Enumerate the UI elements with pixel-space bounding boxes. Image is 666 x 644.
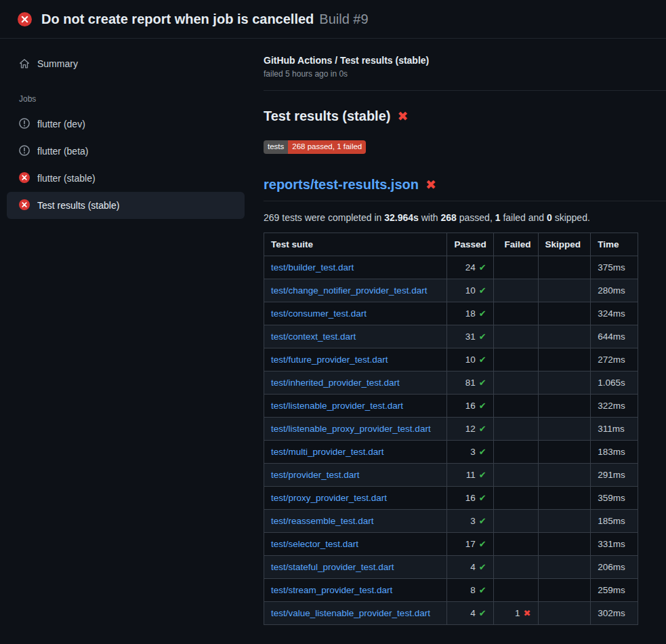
time-cell: 183ms: [591, 440, 638, 463]
suite-link[interactable]: test/proxy_provider_test.dart: [271, 493, 387, 503]
sidebar-item-summary[interactable]: Summary: [7, 51, 245, 77]
suite-link[interactable]: test/multi_provider_test.dart: [271, 447, 384, 457]
time-cell: 644ms: [591, 325, 638, 348]
passed-cell: 8✔: [447, 578, 493, 601]
sidebar-item-test-results-stable[interactable]: Test results (stable): [7, 192, 245, 219]
suite-link[interactable]: test/context_test.dart: [271, 331, 356, 342]
passed-count: 10: [465, 285, 476, 296]
divider: [264, 90, 666, 91]
table-row: test/proxy_provider_test.dart 16✔ 359ms: [264, 486, 638, 509]
suite-link[interactable]: test/listenable_proxy_provider_test.dart: [271, 424, 431, 434]
run-header: Do not create report when job is cancell…: [0, 0, 666, 39]
failed-cell: [493, 394, 538, 417]
suite-link[interactable]: test/stream_provider_test.dart: [271, 585, 392, 595]
table-row: test/builder_test.dart 24✔ 375ms: [264, 256, 638, 279]
time-cell: 272ms: [591, 348, 638, 371]
suite-link[interactable]: test/selector_test.dart: [271, 539, 358, 549]
summary-line: 269 tests were completed in 32.964s with…: [264, 212, 666, 223]
skipped-cell: [538, 578, 591, 601]
table-row: test/value_listenable_provider_test.dart…: [264, 601, 638, 624]
time-cell: 324ms: [591, 302, 638, 325]
time-cell: 375ms: [591, 256, 638, 279]
summary-passed-count: 268: [441, 212, 457, 223]
suite-link[interactable]: test/listenable_provider_test.dart: [271, 401, 403, 411]
skipped-cell: [538, 417, 591, 440]
skipped-cell: [538, 394, 591, 417]
passed-count: 17: [465, 539, 476, 549]
failed-x-icon: ✖: [425, 178, 436, 191]
table-row: test/listenable_provider_test.dart 16✔ 3…: [264, 394, 638, 417]
passed-count: 3: [470, 516, 476, 526]
job-label: flutter (beta): [37, 146, 88, 157]
failed-status-icon: [19, 172, 30, 185]
failed-cell: [493, 509, 538, 532]
skipped-cell: [538, 532, 591, 555]
col-header-suite: Test suite: [264, 233, 447, 256]
col-header-failed: Failed: [493, 233, 538, 256]
passed-count: 16: [465, 401, 476, 411]
skipped-cell: [538, 302, 591, 325]
suite-link[interactable]: test/reassemble_test.dart: [271, 516, 374, 526]
skipped-cell: [538, 348, 591, 371]
failed-cell: [493, 440, 538, 463]
failed-x-icon: ✖: [397, 110, 408, 123]
suite-link[interactable]: test/provider_test.dart: [271, 470, 360, 480]
x-circle-fill-icon: [19, 172, 30, 183]
passed-count: 10: [465, 355, 476, 365]
jobs-section-label: Jobs: [19, 94, 245, 104]
suite-link[interactable]: test/stateful_provider_test.dart: [271, 562, 394, 572]
table-row: test/stateful_provider_test.dart 4✔ 206m…: [264, 555, 638, 578]
skipped-cell: [538, 486, 591, 509]
time-cell: 322ms: [591, 394, 638, 417]
x-circle-fill-icon: [19, 199, 30, 210]
skipped-cell: [538, 555, 591, 578]
check-icon: ✔: [479, 493, 486, 503]
section-title-text: Test results (stable): [264, 108, 390, 124]
passed-cell: 18✔: [447, 302, 493, 325]
cancelled-status-icon: [19, 145, 30, 158]
suite-link[interactable]: test/inherited_provider_test.dart: [271, 378, 400, 388]
results-table-body: test/builder_test.dart 24✔ 375ms test/ch…: [264, 256, 638, 624]
suite-link[interactable]: test/consumer_test.dart: [271, 308, 367, 319]
failed-cell: [493, 555, 538, 578]
summary-duration: 32.964s: [384, 212, 419, 223]
passed-cell: 16✔: [447, 486, 493, 509]
time-cell: 311ms: [591, 417, 638, 440]
run-meta: failed 5 hours ago in 0s: [264, 69, 666, 79]
suite-link[interactable]: test/future_provider_test.dart: [271, 355, 388, 365]
failed-cell: [493, 463, 538, 486]
passed-cell: 81✔: [447, 371, 493, 394]
exclamation-circle-icon: [19, 118, 30, 129]
suite-link[interactable]: test/change_notifier_provider_test.dart: [271, 285, 427, 296]
check-icon: ✔: [479, 470, 486, 480]
passed-count: 16: [465, 493, 476, 503]
results-table: Test suite Passed Failed Skipped Time te…: [264, 233, 638, 625]
suite-link[interactable]: test/builder_test.dart: [271, 262, 354, 273]
table-row: test/stream_provider_test.dart 8✔ 259ms: [264, 578, 638, 601]
breadcrumb: GitHub Actions / Test results (stable): [264, 55, 666, 66]
failed-cell: [493, 279, 538, 302]
check-icon: ✔: [479, 447, 486, 457]
exclamation-circle-icon: [19, 145, 30, 156]
suite-link[interactable]: test/value_listenable_provider_test.dart: [271, 608, 430, 618]
run-title: Do not create report when job is cancell…: [41, 12, 314, 26]
passed-count: 4: [470, 608, 476, 618]
passed-count: 31: [465, 331, 476, 342]
sidebar-item-flutter-stable[interactable]: flutter (stable): [7, 165, 245, 192]
skipped-cell: [538, 463, 591, 486]
passed-count: 18: [465, 308, 476, 319]
sidebar-item-flutter-dev[interactable]: flutter (dev): [7, 110, 245, 138]
report-title-link[interactable]: reports/test-results.json: [264, 177, 419, 193]
skipped-cell: [538, 256, 591, 279]
time-cell: 291ms: [591, 463, 638, 486]
table-header-row: Test suite Passed Failed Skipped Time: [264, 233, 638, 256]
passed-cell: 12✔: [447, 417, 493, 440]
check-icon: ✔: [479, 585, 486, 595]
time-cell: 259ms: [591, 578, 638, 601]
col-header-skipped: Skipped: [538, 233, 591, 256]
skipped-cell: [538, 279, 591, 302]
sidebar-item-flutter-beta[interactable]: flutter (beta): [7, 138, 245, 165]
check-icon: ✔: [479, 378, 486, 388]
tests-badge[interactable]: tests 268 passed, 1 failed: [264, 140, 366, 154]
build-number: Build #9: [319, 12, 368, 26]
